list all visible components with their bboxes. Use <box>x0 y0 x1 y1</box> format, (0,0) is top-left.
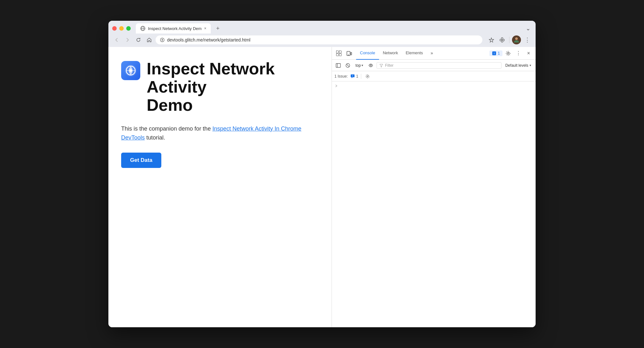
menu-button[interactable]: ⋮ <box>523 35 532 44</box>
context-selector[interactable]: top ▾ <box>354 63 365 68</box>
forward-button[interactable] <box>123 35 132 44</box>
bookmark-button[interactable] <box>487 35 496 44</box>
devtools-console-body <box>332 81 536 327</box>
security-icon <box>160 38 165 42</box>
svg-marker-33 <box>352 77 353 78</box>
devtools-settings-button[interactable] <box>504 49 513 58</box>
devtools-tabs: Console Network Elements » <box>356 47 437 60</box>
address-bar-actions: ⋮ <box>487 35 532 44</box>
active-tab[interactable]: Inspect Network Activity Dem × <box>136 23 211 34</box>
issues-icon: ! <box>492 51 496 56</box>
svg-point-30 <box>370 65 371 66</box>
devtools-more-button[interactable]: ⋮ <box>514 49 523 58</box>
minimize-button[interactable] <box>119 26 124 31</box>
svg-point-11 <box>515 37 518 40</box>
issues-separator <box>361 74 361 79</box>
eye-button[interactable] <box>367 62 375 69</box>
page-description: This is the companion demo for the Inspe… <box>121 124 319 143</box>
svg-line-29 <box>347 64 349 66</box>
new-tab-button[interactable]: + <box>213 24 222 33</box>
levels-dropdown-icon: ▾ <box>530 64 531 67</box>
console-filter[interactable]: Filter <box>377 62 501 69</box>
tab-favicon <box>140 26 145 31</box>
tabs-dropdown-button[interactable]: ⌄ <box>526 25 531 32</box>
title-bar: Inspect Network Activity Dem × + ⌄ <box>108 21 536 47</box>
address-input[interactable]: devtools.glitch.me/network/getstarted.ht… <box>156 35 482 44</box>
back-button[interactable] <box>112 35 121 44</box>
devtools-toolbar-1: Console Network Elements » ! 1 <box>332 47 536 60</box>
reload-button[interactable] <box>134 35 143 44</box>
context-label: top <box>355 63 361 68</box>
issues-label: 1 Issue: <box>334 74 348 79</box>
get-data-button[interactable]: Get Data <box>121 153 161 168</box>
tab-more[interactable]: » <box>427 47 437 60</box>
svg-text:!: ! <box>494 52 495 55</box>
devtools-panel: Console Network Elements » ! 1 <box>332 47 536 327</box>
extension-button[interactable] <box>498 35 507 44</box>
page-header: Inspect Network Activity Demo <box>121 60 319 115</box>
devtools-toolbar-2: top ▾ Filter Default levels <box>332 60 536 71</box>
svg-rect-21 <box>351 52 352 55</box>
svg-point-35 <box>367 76 368 77</box>
extension-icon <box>499 37 505 43</box>
svg-rect-16 <box>336 51 339 53</box>
separator <box>509 37 509 43</box>
context-dropdown-icon: ▾ <box>362 64 363 67</box>
browser-window: Inspect Network Activity Dem × + ⌄ <box>108 21 536 327</box>
devtools-issues-bar: 1 Issue: ! 1 <box>332 71 536 81</box>
glitch-logo <box>124 64 137 77</box>
avatar-icon <box>513 36 520 44</box>
svg-rect-17 <box>339 51 341 53</box>
console-chevron[interactable] <box>334 84 533 88</box>
page-content: Inspect Network Activity Demo This is th… <box>108 47 332 327</box>
address-bar: devtools.glitch.me/network/getstarted.ht… <box>108 34 536 47</box>
clear-console-button[interactable] <box>344 62 352 69</box>
levels-selector[interactable]: Default levels ▾ <box>503 63 533 68</box>
svg-rect-26 <box>336 64 340 67</box>
issues-badge[interactable]: ! 1 <box>489 50 502 56</box>
svg-marker-31 <box>380 64 383 67</box>
close-button[interactable] <box>112 26 117 31</box>
devtools-select-icon[interactable] <box>334 49 343 58</box>
tab-close-button[interactable]: × <box>204 26 206 31</box>
page-title: Inspect Network Activity Demo <box>147 60 319 115</box>
svg-rect-19 <box>339 54 341 56</box>
filter-icon <box>379 64 383 67</box>
devtools-device-icon[interactable] <box>345 49 354 58</box>
issues-count-badge[interactable]: ! 1 <box>350 74 358 79</box>
avatar[interactable] <box>512 35 521 44</box>
tab-title: Inspect Network Activity Dem <box>148 26 201 31</box>
levels-label: Default levels <box>505 63 528 68</box>
url-text: devtools.glitch.me/network/getstarted.ht… <box>167 37 478 42</box>
tab-elements[interactable]: Elements <box>402 47 427 60</box>
issue-count-text: 1 <box>356 74 358 79</box>
devtools-close-button[interactable]: × <box>524 49 533 58</box>
traffic-lights <box>112 26 131 31</box>
home-button[interactable] <box>145 35 154 44</box>
issue-message-icon: ! <box>350 74 355 79</box>
tab-network[interactable]: Network <box>379 47 402 60</box>
svg-rect-18 <box>336 54 339 56</box>
issues-settings-button[interactable] <box>364 72 371 80</box>
issues-count: 1 <box>498 51 500 56</box>
sidebar-toggle-button[interactable] <box>334 62 342 69</box>
main-area: Inspect Network Activity Demo This is th… <box>108 47 536 327</box>
filter-placeholder: Filter <box>385 63 394 68</box>
tab-console[interactable]: Console <box>356 47 379 60</box>
tab-bar: Inspect Network Activity Dem × + ⌄ <box>108 21 536 34</box>
svg-text:!: ! <box>352 75 353 77</box>
maximize-button[interactable] <box>126 26 131 31</box>
site-icon <box>121 61 140 80</box>
svg-point-4 <box>162 39 163 41</box>
svg-rect-9 <box>501 38 503 39</box>
